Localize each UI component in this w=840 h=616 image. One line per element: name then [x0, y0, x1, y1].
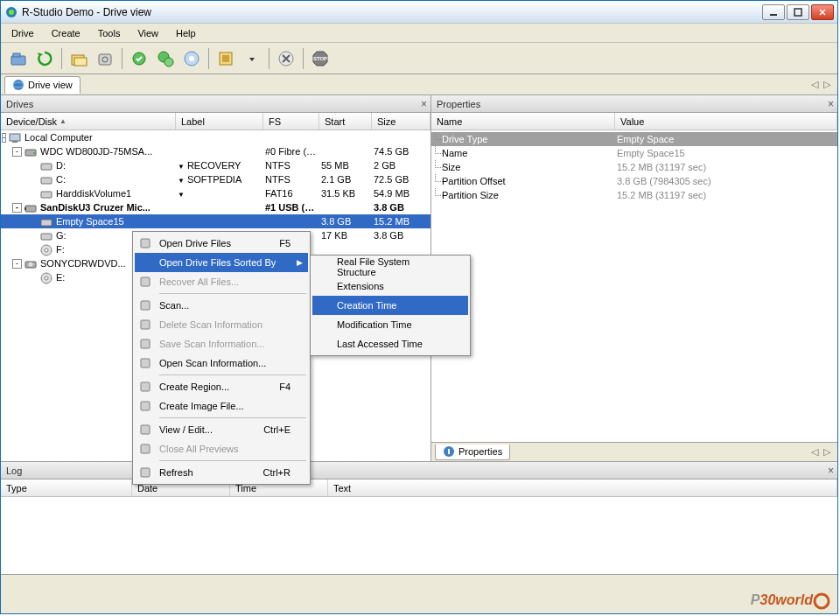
tree-row[interactable]: -WDC WD800JD-75MSA...#0 Fibre (0:0)74.5 … — [1, 144, 430, 158]
menu-item[interactable]: Create Image File... — [135, 396, 308, 416]
toolbar: STOP — [1, 43, 837, 74]
property-row[interactable]: Drive TypeEmpty Space — [431, 132, 837, 146]
menu-drive[interactable]: Drive — [3, 25, 43, 41]
context-menu[interactable]: Open Drive FilesF5Open Drive Files Sorte… — [132, 231, 311, 485]
col-fs[interactable]: FS — [263, 113, 319, 130]
menu-item: Close All Previews — [135, 439, 308, 458]
menu-create[interactable]: Create — [43, 25, 89, 41]
expand-toggle[interactable]: - — [12, 203, 22, 213]
tree-row[interactable]: -SanDiskU3 Cruzer Mic...#1 USB (68:105)3… — [1, 200, 430, 214]
menu-item[interactable]: Open Drive Files Sorted By▶ — [135, 253, 308, 272]
col-prop-name[interactable]: Name — [431, 113, 615, 130]
property-row[interactable]: NameEmpty Space15 — [431, 146, 837, 160]
maximize-button[interactable] — [787, 4, 809, 20]
tree-row[interactable]: D:▼RECOVERYNTFS55 MB2 GB — [1, 158, 430, 172]
tool-scan[interactable] — [93, 46, 117, 71]
menu-label: Open Scan Information... — [159, 358, 266, 368]
drives-panel-header: Drives × — [1, 95, 430, 113]
svg-rect-50 — [141, 444, 150, 453]
property-row[interactable]: Partition Size15.2 MB (31197 sec) — [431, 188, 837, 202]
submenu-item[interactable]: Extensions — [312, 276, 468, 296]
tree-row[interactable]: -Local Computer — [1, 130, 430, 144]
property-row[interactable]: Partition Offset3.8 GB (7984305 sec) — [431, 174, 837, 188]
expand-toggle[interactable]: - — [12, 147, 22, 157]
menu-separator — [159, 417, 306, 418]
menu-label: Last Accessed Time — [337, 339, 423, 349]
submenu-item[interactable]: Last Accessed Time — [312, 334, 468, 354]
minimize-button[interactable] — [762, 4, 785, 20]
menu-label: Close All Previews — [159, 444, 238, 454]
tool-stop[interactable]: STOP — [308, 46, 332, 71]
close-button[interactable] — [811, 4, 834, 20]
tab-drive-view[interactable]: Drive view — [4, 76, 80, 94]
property-row[interactable]: Size15.2 MB (31197 sec) — [431, 160, 837, 174]
menu-help[interactable]: Help — [167, 25, 205, 41]
tool-open-files[interactable] — [66, 46, 91, 71]
menu-item[interactable]: Open Drive FilesF5 — [135, 234, 308, 253]
tab-label: Properties — [458, 446, 502, 457]
tool-dropdown[interactable] — [240, 46, 264, 71]
menu-item[interactable]: Scan... — [135, 296, 308, 315]
region-icon — [138, 380, 152, 394]
tab-next-icon[interactable]: ▷ — [823, 446, 834, 458]
log-body[interactable] — [1, 497, 837, 574]
expand-toggle[interactable]: - — [2, 133, 6, 143]
tab-prev-icon[interactable]: ◁ — [811, 446, 822, 458]
menu-label: Creation Time — [337, 300, 396, 311]
svg-rect-22 — [10, 134, 20, 141]
menubar: Drive Create Tools View Help — [1, 24, 837, 43]
tool-open-drive[interactable] — [6, 46, 31, 71]
context-submenu[interactable]: Real File System StructureExtensionsCrea… — [310, 255, 471, 356]
panel-close-icon[interactable]: × — [421, 98, 427, 110]
row-name: Empty Space15 — [56, 216, 124, 227]
col-log-type[interactable]: Type — [1, 480, 132, 496]
menu-item[interactable]: View / Edit...Ctrl+E — [135, 420, 308, 439]
titlebar[interactable]: R-Studio Demo - Drive view — [1, 1, 837, 24]
properties-icon — [443, 445, 455, 458]
menu-shortcut: F5 — [279, 238, 290, 248]
row-name: C: — [56, 174, 66, 185]
col-size[interactable]: Size — [372, 113, 430, 130]
usb-icon — [24, 202, 38, 213]
tab-properties[interactable]: Properties — [435, 444, 510, 460]
menu-view[interactable]: View — [129, 25, 167, 41]
col-log-text[interactable]: Text — [328, 480, 837, 496]
svg-rect-40 — [448, 449, 450, 454]
prop-name: Partition Size — [442, 190, 617, 200]
svg-point-20 — [13, 80, 24, 90]
svg-point-36 — [29, 262, 33, 267]
tool-recover-marked[interactable] — [153, 46, 178, 71]
tree-row[interactable]: C:▼SOFTPEDIANTFS2.1 GB72.5 GB — [1, 172, 430, 186]
svg-rect-7 — [74, 58, 87, 66]
menu-item[interactable]: Create Region...F4 — [135, 377, 308, 396]
tab-prev-icon[interactable]: ◁ — [811, 79, 822, 90]
panel-close-icon[interactable]: × — [828, 98, 834, 110]
tool-refresh[interactable] — [32, 46, 57, 71]
col-start[interactable]: Start — [319, 113, 372, 130]
svg-point-34 — [45, 248, 48, 252]
tree-row[interactable]: Empty Space153.8 GB15.2 MB — [1, 214, 430, 228]
tab-next-icon[interactable]: ▷ — [823, 79, 834, 90]
tool-recover[interactable] — [127, 46, 151, 71]
col-device[interactable]: Device/Disk▲ — [1, 113, 176, 130]
submenu-item[interactable]: Real File System Structure — [312, 257, 468, 276]
menu-tools[interactable]: Tools — [89, 25, 130, 41]
tool-create-image[interactable] — [179, 46, 204, 71]
sort-asc-icon: ▲ — [60, 117, 66, 125]
tool-region[interactable] — [214, 46, 238, 71]
submenu-item[interactable]: Creation Time — [312, 296, 468, 315]
submenu-item[interactable]: Modification Time — [312, 315, 468, 334]
expand-toggle[interactable]: - — [12, 259, 22, 269]
menu-item[interactable]: RefreshCtrl+R — [135, 463, 308, 482]
menu-label: Real File System Structure — [337, 256, 451, 277]
panel-close-icon[interactable]: × — [828, 465, 834, 477]
svg-rect-5 — [13, 53, 20, 57]
properties-list[interactable]: Drive TypeEmpty SpaceNameEmpty Space15Si… — [431, 130, 837, 442]
menu-item[interactable]: Open Scan Information... — [135, 354, 308, 373]
tree-row[interactable]: HarddiskVolume1▼FAT1631.5 KB54.9 MB — [1, 186, 430, 200]
tool-remove[interactable] — [274, 46, 298, 71]
col-prop-value[interactable]: Value — [615, 113, 837, 130]
svg-rect-45 — [141, 340, 150, 348]
col-label[interactable]: Label — [176, 113, 263, 130]
menu-label: Create Region... — [159, 382, 229, 392]
